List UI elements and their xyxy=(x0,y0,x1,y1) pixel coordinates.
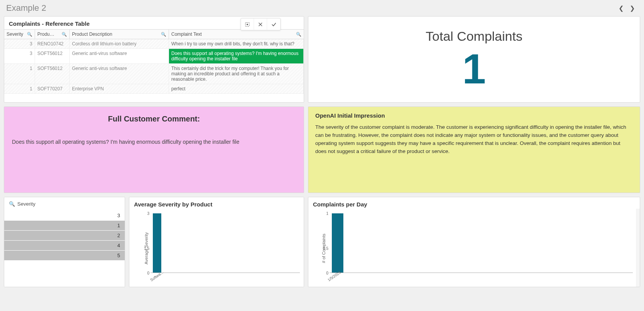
lasso-select-icon[interactable] xyxy=(241,18,254,30)
total-complaints-panel: Total Complaints 1 xyxy=(308,16,640,103)
table-row[interactable]: 1SOFT70207Enterprise VPNperfect xyxy=(4,84,304,94)
table-row[interactable]: 1SOFT56012Generic anti-virus softwareThi… xyxy=(4,64,304,84)
per-day-ytick: 0 xyxy=(322,271,328,275)
impression-title: OpenAI Initial Impression xyxy=(315,112,633,119)
severity-filter-item[interactable]: 5 xyxy=(4,251,125,261)
cell-complaint-text[interactable]: perfect xyxy=(169,84,304,93)
avg-sev-ytick: 3 xyxy=(143,211,149,216)
cancel-selection-icon[interactable] xyxy=(254,18,267,30)
page-title: Example 2 xyxy=(6,3,46,13)
per-day-ytick: 1 xyxy=(322,211,328,216)
search-icon[interactable]: 🔍 xyxy=(296,32,301,37)
severity-filter-item[interactable]: 3 xyxy=(4,211,125,221)
cell-description[interactable]: Cordless drill lithium-ion battery xyxy=(70,39,169,48)
avg-severity-plot[interactable] xyxy=(151,213,300,273)
avg-severity-bar[interactable] xyxy=(153,213,161,273)
per-day-bar[interactable] xyxy=(332,213,343,273)
severity-filter-title: Severity xyxy=(17,201,35,207)
full-comment-title: Full Customer Comment: xyxy=(12,115,296,123)
col-header-label: Product Description xyxy=(72,32,112,37)
severity-filter-item[interactable]: 4 xyxy=(4,241,125,251)
cell-product[interactable]: RENO10742 xyxy=(35,39,70,48)
full-comment-text: Does this support all operating systems?… xyxy=(12,139,296,145)
per-day-title: Complaints per Day xyxy=(308,197,640,208)
cell-product[interactable]: SOFT56012 xyxy=(35,64,70,84)
svg-point-1 xyxy=(247,24,248,25)
full-comment-panel: Full Customer Comment: Does this support… xyxy=(4,106,304,193)
per-day-ytick: 0.5 xyxy=(322,246,328,250)
complaints-per-day-panel: Complaints per Day # of Complaints 1 0.5… xyxy=(308,197,640,287)
col-header-label: Severity xyxy=(7,32,23,37)
per-day-plot[interactable] xyxy=(330,213,633,273)
cell-severity[interactable]: 1 xyxy=(4,64,35,84)
next-arrow[interactable]: ❯ xyxy=(630,5,635,12)
cell-severity[interactable]: 3 xyxy=(4,49,35,63)
search-icon[interactable]: 🔍 xyxy=(161,32,166,37)
avg-sev-ytick: 0 xyxy=(143,271,149,275)
table-row[interactable]: 3SOFT56012Generic anti-virus softwareDoe… xyxy=(4,49,304,64)
cell-complaint-text[interactable]: Does this support all operating systems?… xyxy=(169,49,304,63)
prev-arrow[interactable]: ❮ xyxy=(619,5,624,12)
cell-severity[interactable]: 3 xyxy=(4,39,35,48)
total-complaints-value: 1 xyxy=(462,48,486,90)
cell-description[interactable]: Generic anti-virus software xyxy=(70,49,169,63)
cell-complaint-text[interactable]: This certainly did the trick for my comp… xyxy=(169,64,304,84)
col-header-label: Produ… xyxy=(37,32,54,37)
avg-severity-chart-panel: Average Severity by Product Average Seve… xyxy=(129,197,304,287)
complaints-table-panel: Complaints - Reference Table Severity 🔍 … xyxy=(4,16,304,103)
cell-complaint-text[interactable]: When i try to use my own drill bits, the… xyxy=(169,39,304,48)
scrollbar[interactable] xyxy=(636,209,640,287)
cell-severity[interactable]: 1 xyxy=(4,84,35,93)
impression-panel: OpenAI Initial Impression The severity o… xyxy=(308,106,640,193)
cell-product[interactable]: SOFT70207 xyxy=(35,84,70,93)
complaints-table-body[interactable]: 3RENO10742Cordless drill lithium-ion bat… xyxy=(4,39,304,101)
col-header-product[interactable]: Produ… 🔍 xyxy=(35,30,70,39)
search-icon[interactable]: 🔍 xyxy=(27,32,32,37)
severity-filter-item[interactable]: 1 xyxy=(4,221,125,231)
col-header-severity[interactable]: Severity 🔍 xyxy=(4,30,35,39)
col-header-description[interactable]: Product Description 🔍 xyxy=(70,30,169,39)
col-header-complaint-text[interactable]: Complaint Text 🔍 xyxy=(169,30,304,39)
impression-text: The severity of the customer complaint i… xyxy=(315,123,633,156)
avg-sev-ytick: 1.5 xyxy=(143,246,149,250)
cell-description[interactable]: Generic anti-virus software xyxy=(70,64,169,84)
selection-actions xyxy=(241,18,281,30)
search-icon[interactable]: 🔍 xyxy=(9,201,15,207)
severity-filter-item[interactable]: 2 xyxy=(4,231,125,241)
total-complaints-title: Total Complaints xyxy=(426,29,522,44)
col-header-label: Complaint Text xyxy=(171,32,202,37)
avg-severity-title: Average Severity by Product xyxy=(129,197,304,208)
severity-filter-panel: 🔍 Severity 31245 xyxy=(4,197,125,287)
cell-description[interactable]: Enterprise VPN xyxy=(70,84,169,93)
confirm-selection-icon[interactable] xyxy=(267,18,280,30)
cell-product[interactable]: SOFT56012 xyxy=(35,49,70,63)
search-icon[interactable]: 🔍 xyxy=(62,32,67,37)
table-row[interactable]: 3RENO10742Cordless drill lithium-ion bat… xyxy=(4,39,304,49)
